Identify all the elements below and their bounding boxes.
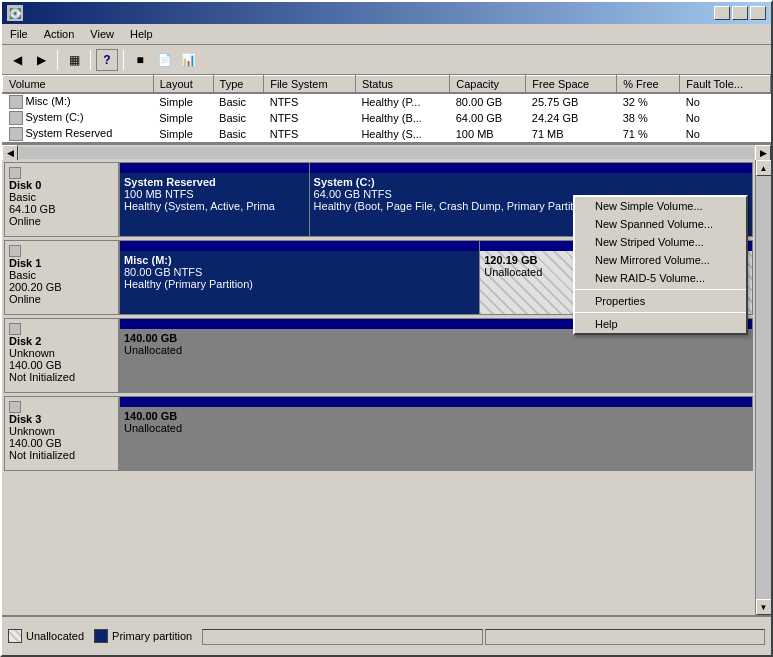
disk-size: 64.10 GB — [9, 203, 114, 215]
disk-type: Basic — [9, 191, 114, 203]
disk-name: Disk 0 — [9, 179, 114, 191]
menu-help[interactable]: Help — [122, 26, 161, 42]
cell-capacity: 80.00 GB — [450, 93, 526, 110]
status-panel-1 — [202, 629, 482, 645]
partition-header — [120, 397, 752, 407]
list-header-row: Volume Layout Type File System Status Ca… — [3, 76, 771, 94]
col-layout[interactable]: Layout — [153, 76, 213, 94]
cell-volume: System Reserved — [3, 126, 154, 142]
tool-btn-1[interactable]: ■ — [129, 49, 151, 71]
cell-status: Healthy (S... — [355, 126, 449, 142]
close-button[interactable] — [750, 6, 766, 20]
toolbar-separator-1 — [57, 50, 58, 70]
context-menu-item[interactable]: Properties — [575, 292, 746, 310]
col-capacity[interactable]: Capacity — [450, 76, 526, 94]
partition-0-0[interactable]: System Reserved100 MB NTFSHealthy (Syste… — [120, 163, 310, 236]
maximize-button[interactable] — [732, 6, 748, 20]
vscroll-down[interactable]: ▼ — [756, 599, 772, 615]
context-menu: New Simple Volume...New Spanned Volume..… — [573, 195, 748, 335]
cell-capacity: 64.00 GB — [450, 110, 526, 126]
disk-partitions-3: 140.00 GBUnallocated — [119, 396, 753, 471]
menu-view[interactable]: View — [82, 26, 122, 42]
cell-capacity: 100 MB — [450, 126, 526, 142]
vscroll-up[interactable]: ▲ — [756, 160, 772, 176]
back-button[interactable]: ◀ — [6, 49, 28, 71]
cell-volume: Misc (M:) — [3, 93, 154, 110]
horizontal-scrollbar[interactable]: ◀ ▶ — [2, 144, 771, 160]
col-type[interactable]: Type — [213, 76, 264, 94]
cell-type: Basic — [213, 93, 264, 110]
help-button[interactable]: ? — [96, 49, 118, 71]
col-filesystem[interactable]: File System — [264, 76, 356, 94]
menu-bar: File Action View Help — [2, 24, 771, 45]
col-volume[interactable]: Volume — [3, 76, 154, 94]
legend-primary-box — [94, 629, 108, 643]
disk-status: Online — [9, 215, 114, 227]
title-bar: 💽 — [2, 2, 771, 24]
disk-row: Disk 3 Unknown 140.00 GB Not Initialized… — [4, 396, 753, 471]
disk-label-2: Disk 2 Unknown 140.00 GB Not Initialized — [4, 318, 119, 393]
col-fault[interactable]: Fault Tole... — [680, 76, 771, 94]
vertical-scrollbar[interactable]: ▲ ▼ — [755, 160, 771, 615]
partition-3-0[interactable]: 140.00 GBUnallocated — [120, 397, 752, 470]
partition-size: 80.00 GB NTFS — [124, 266, 475, 278]
status-panel-2 — [485, 629, 765, 645]
context-menu-item[interactable]: New Striped Volume... — [575, 233, 746, 251]
disk-size: 140.00 GB — [9, 359, 114, 371]
cell-status: Healthy (B... — [355, 110, 449, 126]
disk-label-3: Disk 3 Unknown 140.00 GB Not Initialized — [4, 396, 119, 471]
cell-freespace: 24.24 GB — [526, 110, 617, 126]
cell-type: Basic — [213, 126, 264, 142]
cell-freespace: 25.75 GB — [526, 93, 617, 110]
menu-action[interactable]: Action — [36, 26, 83, 42]
cell-status: Healthy (P... — [355, 93, 449, 110]
hscroll-right[interactable]: ▶ — [755, 145, 771, 161]
disk-type: Basic — [9, 269, 114, 281]
col-pctfree[interactable]: % Free — [617, 76, 680, 94]
cell-layout: Simple — [153, 110, 213, 126]
partition-info: Healthy (System, Active, Prima — [124, 200, 305, 212]
context-menu-item[interactable]: New Mirrored Volume... — [575, 251, 746, 269]
table-row[interactable]: System Reserved Simple Basic NTFS Health… — [3, 126, 771, 142]
context-menu-separator — [575, 312, 746, 313]
partition-name: 140.00 GB — [124, 410, 748, 422]
context-menu-item[interactable]: New RAID-5 Volume... — [575, 269, 746, 287]
view-button[interactable]: ▦ — [63, 49, 85, 71]
vscroll-track[interactable] — [756, 176, 772, 599]
disk-label-1: Disk 1 Basic 200.20 GB Online — [4, 240, 119, 315]
context-menu-item[interactable]: New Spanned Volume... — [575, 215, 746, 233]
cell-freespace: 71 MB — [526, 126, 617, 142]
legend-primary-label: Primary partition — [112, 630, 192, 642]
col-freespace[interactable]: Free Space — [526, 76, 617, 94]
toolbar-separator-2 — [90, 50, 91, 70]
cell-layout: Simple — [153, 93, 213, 110]
disk-name: Disk 3 — [9, 413, 114, 425]
partition-info: Healthy (Primary Partition) — [124, 278, 475, 290]
minimize-button[interactable] — [714, 6, 730, 20]
volume-list[interactable]: Volume Layout Type File System Status Ca… — [2, 75, 771, 144]
tool-btn-3[interactable]: 📊 — [177, 49, 199, 71]
table-row[interactable]: System (C:) Simple Basic NTFS Healthy (B… — [3, 110, 771, 126]
disk-size: 140.00 GB — [9, 437, 114, 449]
title-bar-left: 💽 — [7, 5, 27, 21]
toolbar-separator-3 — [123, 50, 124, 70]
disk-name: Disk 1 — [9, 257, 114, 269]
hscroll-track[interactable] — [19, 147, 754, 159]
legend-primary: Primary partition — [94, 629, 192, 643]
cell-pctfree: 71 % — [617, 126, 680, 142]
forward-button[interactable]: ▶ — [30, 49, 52, 71]
partition-1-0[interactable]: Misc (M:)80.00 GB NTFSHealthy (Primary P… — [120, 241, 480, 314]
col-status[interactable]: Status — [355, 76, 449, 94]
menu-file[interactable]: File — [2, 26, 36, 42]
cell-type: Basic — [213, 110, 264, 126]
context-menu-item[interactable]: New Simple Volume... — [575, 197, 746, 215]
partition-size: Unallocated — [124, 344, 748, 356]
table-row[interactable]: Misc (M:) Simple Basic NTFS Healthy (P..… — [3, 93, 771, 110]
cell-layout: Simple — [153, 126, 213, 142]
legend-unallocated-label: Unallocated — [26, 630, 84, 642]
partition-header — [120, 163, 309, 173]
hscroll-left[interactable]: ◀ — [2, 145, 18, 161]
tool-btn-2[interactable]: 📄 — [153, 49, 175, 71]
context-menu-item[interactable]: Help — [575, 315, 746, 333]
disk-name: Disk 2 — [9, 335, 114, 347]
